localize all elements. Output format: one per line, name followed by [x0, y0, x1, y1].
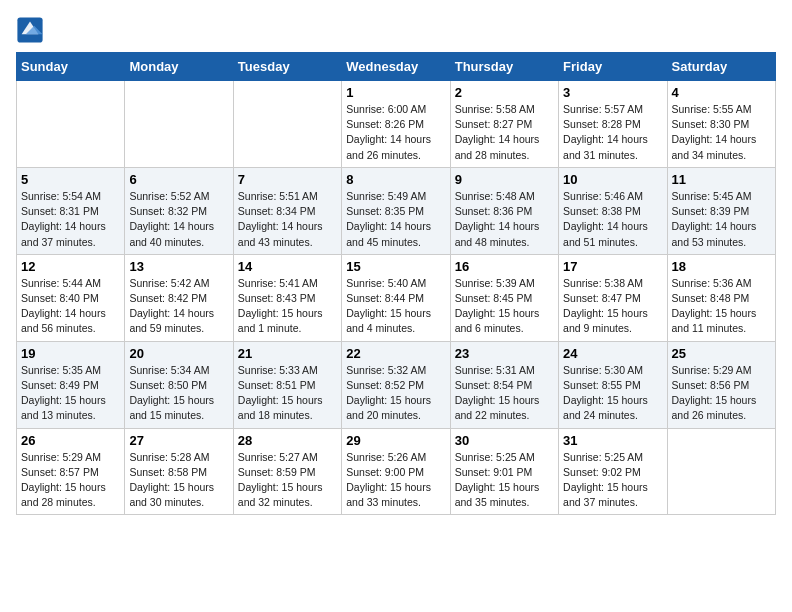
calendar-cell: 14Sunrise: 5:41 AM Sunset: 8:43 PM Dayli…	[233, 254, 341, 341]
header-thursday: Thursday	[450, 53, 558, 81]
calendar-week-row: 1Sunrise: 6:00 AM Sunset: 8:26 PM Daylig…	[17, 81, 776, 168]
day-info: Sunrise: 5:57 AM Sunset: 8:28 PM Dayligh…	[563, 102, 662, 163]
calendar-cell: 28Sunrise: 5:27 AM Sunset: 8:59 PM Dayli…	[233, 428, 341, 515]
header-tuesday: Tuesday	[233, 53, 341, 81]
day-number: 13	[129, 259, 228, 274]
day-number: 16	[455, 259, 554, 274]
header-saturday: Saturday	[667, 53, 775, 81]
day-info: Sunrise: 5:34 AM Sunset: 8:50 PM Dayligh…	[129, 363, 228, 424]
header-monday: Monday	[125, 53, 233, 81]
calendar-cell: 1Sunrise: 6:00 AM Sunset: 8:26 PM Daylig…	[342, 81, 450, 168]
calendar-cell: 27Sunrise: 5:28 AM Sunset: 8:58 PM Dayli…	[125, 428, 233, 515]
day-info: Sunrise: 5:42 AM Sunset: 8:42 PM Dayligh…	[129, 276, 228, 337]
day-info: Sunrise: 5:35 AM Sunset: 8:49 PM Dayligh…	[21, 363, 120, 424]
day-number: 26	[21, 433, 120, 448]
day-info: Sunrise: 5:27 AM Sunset: 8:59 PM Dayligh…	[238, 450, 337, 511]
day-number: 5	[21, 172, 120, 187]
day-number: 22	[346, 346, 445, 361]
calendar-cell: 15Sunrise: 5:40 AM Sunset: 8:44 PM Dayli…	[342, 254, 450, 341]
calendar-cell: 20Sunrise: 5:34 AM Sunset: 8:50 PM Dayli…	[125, 341, 233, 428]
day-info: Sunrise: 5:54 AM Sunset: 8:31 PM Dayligh…	[21, 189, 120, 250]
day-number: 9	[455, 172, 554, 187]
calendar-cell	[667, 428, 775, 515]
day-info: Sunrise: 5:31 AM Sunset: 8:54 PM Dayligh…	[455, 363, 554, 424]
day-info: Sunrise: 5:30 AM Sunset: 8:55 PM Dayligh…	[563, 363, 662, 424]
calendar-cell: 6Sunrise: 5:52 AM Sunset: 8:32 PM Daylig…	[125, 167, 233, 254]
calendar-header-row: SundayMondayTuesdayWednesdayThursdayFrid…	[17, 53, 776, 81]
day-number: 14	[238, 259, 337, 274]
day-info: Sunrise: 5:45 AM Sunset: 8:39 PM Dayligh…	[672, 189, 771, 250]
day-info: Sunrise: 5:25 AM Sunset: 9:02 PM Dayligh…	[563, 450, 662, 511]
day-info: Sunrise: 5:28 AM Sunset: 8:58 PM Dayligh…	[129, 450, 228, 511]
calendar-cell: 2Sunrise: 5:58 AM Sunset: 8:27 PM Daylig…	[450, 81, 558, 168]
calendar-cell: 5Sunrise: 5:54 AM Sunset: 8:31 PM Daylig…	[17, 167, 125, 254]
calendar-cell: 30Sunrise: 5:25 AM Sunset: 9:01 PM Dayli…	[450, 428, 558, 515]
calendar-week-row: 26Sunrise: 5:29 AM Sunset: 8:57 PM Dayli…	[17, 428, 776, 515]
day-number: 21	[238, 346, 337, 361]
calendar-cell: 24Sunrise: 5:30 AM Sunset: 8:55 PM Dayli…	[559, 341, 667, 428]
calendar-cell: 17Sunrise: 5:38 AM Sunset: 8:47 PM Dayli…	[559, 254, 667, 341]
header-friday: Friday	[559, 53, 667, 81]
day-number: 17	[563, 259, 662, 274]
day-number: 3	[563, 85, 662, 100]
day-number: 7	[238, 172, 337, 187]
day-number: 18	[672, 259, 771, 274]
day-number: 25	[672, 346, 771, 361]
calendar-cell: 18Sunrise: 5:36 AM Sunset: 8:48 PM Dayli…	[667, 254, 775, 341]
day-number: 27	[129, 433, 228, 448]
day-info: Sunrise: 5:29 AM Sunset: 8:56 PM Dayligh…	[672, 363, 771, 424]
calendar-cell: 19Sunrise: 5:35 AM Sunset: 8:49 PM Dayli…	[17, 341, 125, 428]
day-info: Sunrise: 5:48 AM Sunset: 8:36 PM Dayligh…	[455, 189, 554, 250]
calendar-week-row: 12Sunrise: 5:44 AM Sunset: 8:40 PM Dayli…	[17, 254, 776, 341]
logo	[16, 16, 46, 44]
day-info: Sunrise: 5:40 AM Sunset: 8:44 PM Dayligh…	[346, 276, 445, 337]
day-number: 6	[129, 172, 228, 187]
calendar-cell	[125, 81, 233, 168]
day-number: 10	[563, 172, 662, 187]
day-number: 29	[346, 433, 445, 448]
day-info: Sunrise: 6:00 AM Sunset: 8:26 PM Dayligh…	[346, 102, 445, 163]
day-number: 2	[455, 85, 554, 100]
day-info: Sunrise: 5:32 AM Sunset: 8:52 PM Dayligh…	[346, 363, 445, 424]
day-number: 28	[238, 433, 337, 448]
day-info: Sunrise: 5:51 AM Sunset: 8:34 PM Dayligh…	[238, 189, 337, 250]
header-sunday: Sunday	[17, 53, 125, 81]
calendar-cell: 23Sunrise: 5:31 AM Sunset: 8:54 PM Dayli…	[450, 341, 558, 428]
calendar-week-row: 19Sunrise: 5:35 AM Sunset: 8:49 PM Dayli…	[17, 341, 776, 428]
calendar-cell: 10Sunrise: 5:46 AM Sunset: 8:38 PM Dayli…	[559, 167, 667, 254]
calendar-cell: 22Sunrise: 5:32 AM Sunset: 8:52 PM Dayli…	[342, 341, 450, 428]
day-number: 31	[563, 433, 662, 448]
day-number: 19	[21, 346, 120, 361]
calendar-cell: 16Sunrise: 5:39 AM Sunset: 8:45 PM Dayli…	[450, 254, 558, 341]
calendar-cell: 11Sunrise: 5:45 AM Sunset: 8:39 PM Dayli…	[667, 167, 775, 254]
day-number: 23	[455, 346, 554, 361]
calendar-cell: 29Sunrise: 5:26 AM Sunset: 9:00 PM Dayli…	[342, 428, 450, 515]
day-info: Sunrise: 5:36 AM Sunset: 8:48 PM Dayligh…	[672, 276, 771, 337]
day-info: Sunrise: 5:41 AM Sunset: 8:43 PM Dayligh…	[238, 276, 337, 337]
calendar-cell: 8Sunrise: 5:49 AM Sunset: 8:35 PM Daylig…	[342, 167, 450, 254]
calendar-table: SundayMondayTuesdayWednesdayThursdayFrid…	[16, 52, 776, 515]
day-info: Sunrise: 5:25 AM Sunset: 9:01 PM Dayligh…	[455, 450, 554, 511]
calendar-cell	[233, 81, 341, 168]
calendar-cell: 12Sunrise: 5:44 AM Sunset: 8:40 PM Dayli…	[17, 254, 125, 341]
logo-icon	[16, 16, 44, 44]
calendar-cell	[17, 81, 125, 168]
day-info: Sunrise: 5:55 AM Sunset: 8:30 PM Dayligh…	[672, 102, 771, 163]
day-info: Sunrise: 5:49 AM Sunset: 8:35 PM Dayligh…	[346, 189, 445, 250]
calendar-cell: 26Sunrise: 5:29 AM Sunset: 8:57 PM Dayli…	[17, 428, 125, 515]
day-info: Sunrise: 5:58 AM Sunset: 8:27 PM Dayligh…	[455, 102, 554, 163]
day-number: 4	[672, 85, 771, 100]
calendar-cell: 4Sunrise: 5:55 AM Sunset: 8:30 PM Daylig…	[667, 81, 775, 168]
day-info: Sunrise: 5:38 AM Sunset: 8:47 PM Dayligh…	[563, 276, 662, 337]
day-number: 11	[672, 172, 771, 187]
calendar-cell: 25Sunrise: 5:29 AM Sunset: 8:56 PM Dayli…	[667, 341, 775, 428]
day-number: 8	[346, 172, 445, 187]
calendar-week-row: 5Sunrise: 5:54 AM Sunset: 8:31 PM Daylig…	[17, 167, 776, 254]
day-number: 15	[346, 259, 445, 274]
day-info: Sunrise: 5:39 AM Sunset: 8:45 PM Dayligh…	[455, 276, 554, 337]
day-info: Sunrise: 5:52 AM Sunset: 8:32 PM Dayligh…	[129, 189, 228, 250]
calendar-cell: 9Sunrise: 5:48 AM Sunset: 8:36 PM Daylig…	[450, 167, 558, 254]
calendar-cell: 7Sunrise: 5:51 AM Sunset: 8:34 PM Daylig…	[233, 167, 341, 254]
day-number: 20	[129, 346, 228, 361]
day-info: Sunrise: 5:46 AM Sunset: 8:38 PM Dayligh…	[563, 189, 662, 250]
